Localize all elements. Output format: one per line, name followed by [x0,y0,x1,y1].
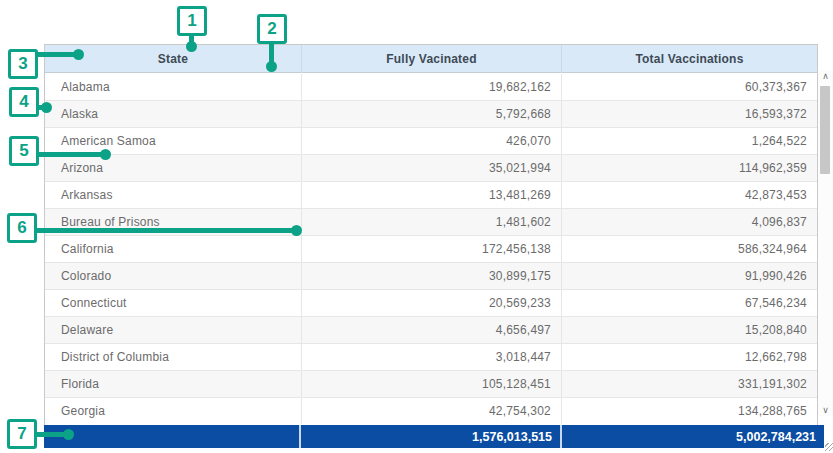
callout-6: 6 [7,213,37,243]
vaccinations-table: State Fully Vacinated Total Vaccinations… [44,44,818,425]
state-name-cell: California [45,236,302,262]
table-row[interactable]: Alabama19,682,16260,373,367 [45,74,817,101]
fully-vacinated-cell: 4,656,497 [302,317,562,343]
scroll-up-icon[interactable]: ∧ [818,70,833,82]
table-row[interactable]: American Samoa426,0701,264,522 [45,128,817,155]
total-vaccinations-cell: 12,662,798 [562,344,817,370]
callout-1: 1 [177,6,207,36]
callout-4: 4 [9,87,39,117]
table-body: Alabama19,682,16260,373,367Alaska5,792,6… [45,74,817,425]
callout-connector-line [37,152,107,157]
fully-vacinated-cell: 1,481,602 [302,209,562,235]
total-state-cell [44,425,301,448]
table-row[interactable]: Georgia42,754,302134,288,765 [45,398,817,425]
screenshot-canvas: State Fully Vacinated Total Vaccinations… [0,0,833,453]
state-name-cell: Florida [45,371,302,397]
callout-dot [63,429,74,440]
state-name-cell: Arizona [45,155,302,181]
total-vaccinations-cell: 91,990,426 [562,263,817,289]
column-header-total-vaccinations[interactable]: Total Vaccinations [562,45,817,73]
callout-dot [73,49,84,60]
total-vaccinations-cell: 4,096,837 [562,209,817,235]
fully-vacinated-cell: 30,899,175 [302,263,562,289]
callout-dot [100,149,111,160]
fully-vacinated-cell: 42,754,302 [302,398,562,424]
table-row[interactable]: Colorado30,899,17591,990,426 [45,263,817,290]
state-name-cell: Arkansas [45,182,302,208]
table-row[interactable]: Arizona35,021,994114,962,359 [45,155,817,182]
state-name-cell: Connecticut [45,290,302,316]
callout-dot [266,61,277,72]
table-row[interactable]: Florida105,128,451331,191,302 [45,371,817,398]
table-row[interactable]: Arkansas13,481,26942,873,453 [45,182,817,209]
callout-2: 2 [257,14,287,44]
state-name-cell: Alabama [45,74,302,100]
total-vaccinations-cell: 134,288,765 [562,398,817,424]
total-vaccinations-cell: 1,264,522 [562,128,817,154]
fully-vacinated-cell: 426,070 [302,128,562,154]
callout-5: 5 [9,136,39,166]
total-vaccinations-cell: 42,873,453 [562,182,817,208]
fully-vacinated-cell: 19,682,162 [302,74,562,100]
scrollbar-thumb[interactable] [820,86,830,174]
fully-vacinated-cell: 35,021,994 [302,155,562,181]
column-header-fully-vacinated[interactable]: Fully Vacinated [302,45,562,73]
total-vaccinations-cell: 5,002,784,231 [562,425,824,448]
total-vaccinations-cell: 60,373,367 [562,74,817,100]
state-name-cell: Colorado [45,263,302,289]
callout-3: 3 [8,49,38,79]
table-row[interactable]: California172,456,138586,324,964 [45,236,817,263]
scroll-down-icon[interactable]: ∨ [818,404,833,416]
total-vaccinations-cell: 67,546,234 [562,290,817,316]
column-header-state[interactable]: State [45,45,302,73]
total-vaccinations-cell: 16,593,372 [562,101,817,127]
fully-vacinated-cell: 20,569,233 [302,290,562,316]
total-vaccinations-cell: 331,191,302 [562,371,817,397]
callout-7: 7 [7,419,37,449]
state-name-cell: Delaware [45,317,302,343]
table-total-row: 1,576,013,515 5,002,784,231 [44,425,824,448]
state-name-cell: District of Columbia [45,344,302,370]
fully-vacinated-cell: 172,456,138 [302,236,562,262]
vertical-scrollbar[interactable]: ∧ ∨ [818,70,833,416]
callout-dot [291,225,302,236]
fully-vacinated-cell: 5,792,668 [302,101,562,127]
callout-connector-line [35,228,297,233]
total-vaccinations-cell: 15,208,840 [562,317,817,343]
total-fully-vacinated-cell: 1,576,013,515 [301,425,562,448]
table-row[interactable]: Connecticut20,569,23367,546,234 [45,290,817,317]
callout-dot [186,41,197,52]
fully-vacinated-cell: 13,481,269 [302,182,562,208]
fully-vacinated-cell: 3,018,447 [302,344,562,370]
state-name-cell: Alaska [45,101,302,127]
table-header-row: State Fully Vacinated Total Vaccinations [45,45,817,73]
state-name-cell: Georgia [45,398,302,424]
state-name-cell: American Samoa [45,128,302,154]
table-row[interactable]: Alaska5,792,66816,593,372 [45,101,817,128]
table-row[interactable]: Delaware4,656,49715,208,840 [45,317,817,344]
fully-vacinated-cell: 105,128,451 [302,371,562,397]
callout-dot [41,102,52,113]
resize-grip-icon[interactable] [825,443,833,451]
total-vaccinations-cell: 586,324,964 [562,236,817,262]
total-vaccinations-cell: 114,962,359 [562,155,817,181]
table-row[interactable]: District of Columbia3,018,44712,662,798 [45,344,817,371]
